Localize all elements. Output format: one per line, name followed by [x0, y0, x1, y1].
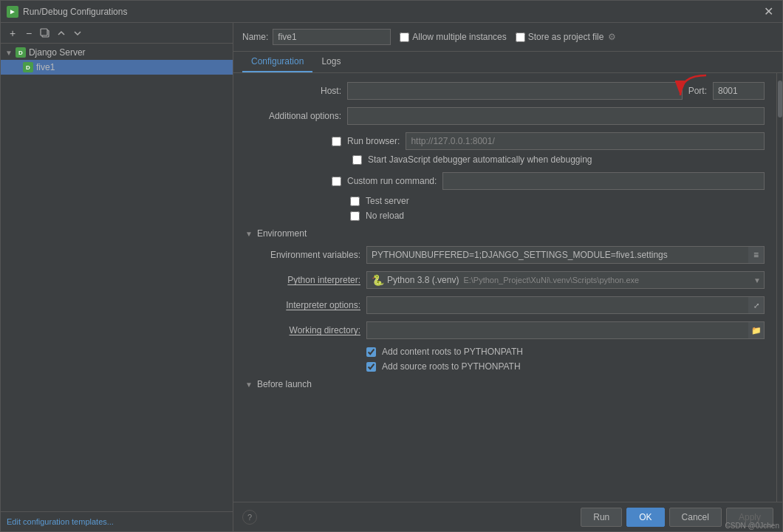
tabs-bar: Configuration Logs [233, 52, 782, 73]
add-content-roots-checkbox[interactable] [366, 347, 376, 357]
env-variables-label: Environment variables: [257, 250, 360, 260]
title-bar-left: ► Run/Debug Configurations [7, 6, 127, 18]
test-server-checkbox[interactable] [350, 197, 360, 206]
interpreter-options-row: Interpreter options: ⤢ [245, 296, 765, 314]
right-scrollbar[interactable] [776, 73, 782, 502]
store-as-project-checkbox[interactable] [516, 33, 525, 42]
bottom-left: ? [242, 510, 257, 525]
sidebar: + − ▼ D Django [1, 23, 233, 531]
title-bar: ► Run/Debug Configurations ✕ [1, 1, 782, 23]
cancel-button[interactable]: Cancel [669, 508, 722, 527]
django-item-icon: D [23, 62, 33, 72]
app-icon: ► [7, 6, 18, 18]
test-server-label: Test server [366, 196, 409, 206]
interpreter-select-wrap: 🐍 Python 3.8 (.venv) E:\Python_Project\X… [366, 271, 765, 289]
move-up-button[interactable] [54, 26, 69, 41]
watermark: CSDN @0Jchen [722, 520, 782, 531]
name-row: Name: [242, 29, 391, 45]
add-config-button[interactable]: + [5, 26, 20, 41]
run-browser-url-input[interactable] [406, 132, 765, 150]
custom-run-label: Custom run command: [347, 176, 437, 186]
working-directory-browse-button[interactable]: 📁 [748, 321, 765, 339]
no-reload-row: No reload [245, 211, 765, 221]
dialog-title: Run/Debug Configurations [23, 7, 127, 17]
gear-icon[interactable]: ⚙ [608, 32, 616, 42]
group-chevron-icon: ▼ [5, 49, 13, 57]
environment-section-title: Environment [257, 228, 307, 239]
custom-run-checkbox[interactable] [332, 177, 341, 186]
add-source-roots-label: Add source roots to PYTHONPATH [382, 361, 521, 372]
sidebar-toolbar: + − [1, 23, 233, 44]
name-input[interactable] [273, 29, 391, 45]
add-source-roots-checkbox[interactable] [366, 362, 376, 372]
environment-chevron-icon[interactable]: ▼ [245, 230, 253, 238]
store-as-project-label: Store as project file [528, 32, 604, 42]
interpreter-dropdown[interactable]: 🐍 Python 3.8 (.venv) E:\Python_Project\X… [366, 271, 765, 289]
additional-options-input[interactable] [347, 107, 765, 125]
move-down-button[interactable] [70, 26, 85, 41]
run-browser-label: Run browser: [347, 136, 400, 146]
custom-run-input[interactable] [442, 172, 765, 190]
env-variables-row: Environment variables: ≡ [245, 246, 765, 264]
host-label: Host: [245, 86, 341, 96]
before-launch-title: Before launch [257, 379, 312, 389]
additional-options-row: Additional options: [245, 107, 765, 125]
js-debug-label: Start JavaScript debugger automatically … [368, 154, 592, 165]
sidebar-bottom: Edit configuration templates... [1, 511, 233, 531]
close-button[interactable]: ✕ [761, 4, 776, 19]
form-area: Host: Port: [233, 73, 776, 502]
tab-logs[interactable]: Logs [312, 52, 349, 72]
env-variables-input[interactable] [366, 246, 765, 264]
ok-button[interactable]: OK [626, 508, 664, 527]
interpreter-name: Python 3.8 (.venv) [387, 275, 459, 285]
custom-run-command-row: Custom run command: [245, 172, 765, 190]
run-browser-checkbox[interactable] [332, 137, 341, 146]
before-launch-chevron-icon[interactable]: ▼ [245, 381, 253, 389]
tree-item-label: five1 [36, 62, 55, 72]
help-button[interactable]: ? [242, 510, 257, 525]
edit-templates-link[interactable]: Edit configuration templates... [7, 517, 114, 526]
test-server-row: Test server [245, 196, 765, 206]
store-as-project-row: Store as project file ⚙ [516, 32, 617, 42]
interpreter-options-wrap: ⤢ [366, 296, 765, 314]
working-directory-row: Working directory: 📁 [245, 321, 765, 339]
tree-group-label: Django Server [29, 47, 86, 58]
port-label: Port: [688, 86, 707, 96]
host-port-row: Host: Port: [245, 82, 765, 100]
additional-options-label: Additional options: [245, 111, 341, 121]
content-scroll-wrap: Host: Port: [233, 73, 782, 502]
js-debug-checkbox[interactable] [352, 155, 362, 165]
interpreter-options-expand-button[interactable]: ⤢ [748, 296, 765, 314]
allow-multiple-label: Allow multiple instances [412, 32, 506, 42]
tab-configuration[interactable]: Configuration [242, 52, 312, 72]
working-directory-label: Working directory: [257, 325, 360, 335]
add-source-roots-row: Add source roots to PYTHONPATH [245, 361, 765, 372]
js-debug-row: Start JavaScript debugger automatically … [245, 154, 765, 165]
interpreter-dropdown-arrow-icon: ▼ [753, 276, 761, 284]
copy-config-button[interactable] [38, 26, 52, 41]
name-label: Name: [242, 32, 268, 42]
env-variables-edit-button[interactable]: ≡ [748, 246, 765, 264]
run-browser-row: Run browser: [245, 132, 765, 150]
svg-rect-1 [41, 29, 47, 35]
run-button[interactable]: Run [581, 508, 622, 527]
remove-config-button[interactable]: − [21, 26, 36, 41]
scrollbar-thumb [778, 81, 782, 117]
python-interpreter-label: Python interpreter: [257, 275, 360, 285]
content-header: Name: Allow multiple instances Store as … [233, 23, 782, 52]
add-content-roots-label: Add content roots to PYTHONPATH [382, 347, 523, 357]
no-reload-checkbox[interactable] [350, 211, 360, 221]
env-variables-wrap: ≡ [366, 246, 765, 264]
working-directory-input[interactable] [366, 321, 765, 339]
bottom-bar: ? Run OK Cancel Apply [233, 502, 782, 531]
host-input[interactable] [347, 82, 683, 100]
port-input[interactable] [713, 82, 765, 100]
allow-multiple-row: Allow multiple instances [400, 32, 506, 42]
tree-group-django[interactable]: ▼ D Django Server [1, 45, 233, 60]
interpreter-options-input[interactable] [366, 296, 765, 314]
working-directory-wrap: 📁 [366, 321, 765, 339]
allow-multiple-checkbox[interactable] [400, 33, 409, 42]
tree-item-five1[interactable]: D five1 [1, 60, 233, 75]
sidebar-tree: ▼ D Django Server D five1 [1, 44, 233, 511]
custom-run-checkbox-wrap [245, 177, 341, 186]
